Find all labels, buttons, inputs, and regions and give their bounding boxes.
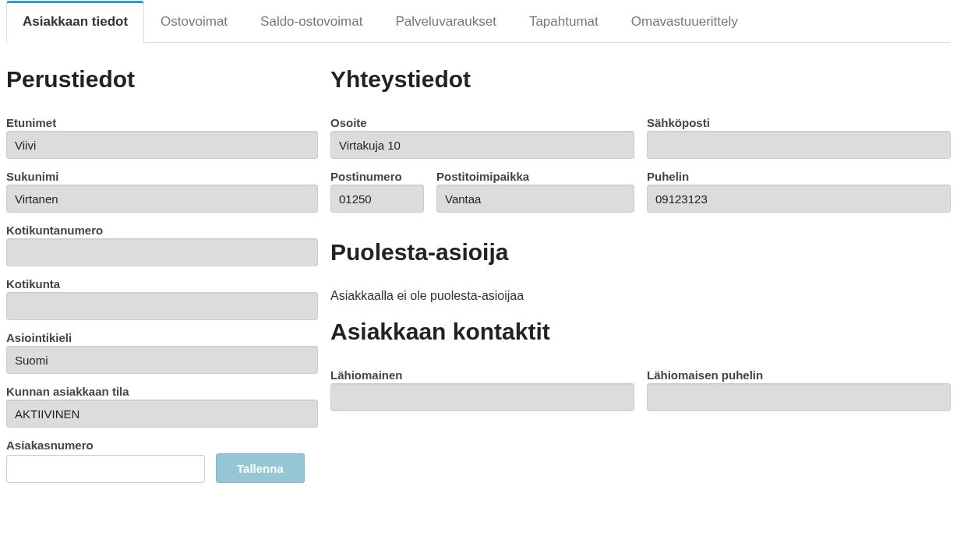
heading-puolesta-asioija: Puolesta-asioija [330,239,951,266]
label-osoite: Osoite [330,116,634,129]
save-button[interactable]: Tallenna [216,453,305,483]
tab-tapahtumat[interactable]: Tapahtumat [513,1,615,43]
puolesta-info-text: Asiakkaalla ei ole puolesta-asioijaa [330,289,951,303]
input-sukunimi[interactable] [6,185,318,213]
label-postitoimipaikka: Postitoimipaikka [436,170,634,183]
input-postinumero[interactable] [330,185,424,213]
input-lahiomaisen-puhelin[interactable] [647,383,951,411]
input-kotikunta[interactable] [6,292,318,320]
tab-ostovoimat[interactable]: Ostovoimat [144,1,244,43]
input-asiakasnumero[interactable] [6,455,205,483]
input-kotikuntanumero[interactable] [6,238,318,266]
tab-saldo-ostovoimat[interactable]: Saldo-ostovoimat [244,1,379,43]
input-lahiomainen[interactable] [330,383,634,411]
label-sukunimi: Sukunimi [6,170,318,183]
label-etunimet: Etunimet [6,116,318,129]
heading-perustiedot: Perustiedot [6,66,318,93]
label-kotikuntanumero: Kotikuntanumero [6,224,318,237]
tab-omavastuuerittely[interactable]: Omavastuuerittely [615,1,754,43]
label-kotikunta: Kotikunta [6,277,318,291]
input-postitoimipaikka[interactable] [436,185,634,213]
tab-bar: Asiakkaan tiedot Ostovoimat Saldo-ostovo… [6,0,951,43]
label-lahiomaisen-puhelin: Lähiomaisen puhelin [647,368,951,382]
label-postinumero: Postinumero [330,170,424,183]
tab-palveluvaraukset[interactable]: Palveluvaraukset [379,1,512,43]
label-kunnan-tila: Kunnan asiakkaan tila [6,385,318,398]
heading-kontaktit: Asiakkaan kontaktit [330,319,951,345]
input-sahkoposti[interactable] [647,131,951,159]
input-asiointikieli[interactable] [6,346,318,374]
input-osoite[interactable] [330,131,634,159]
input-etunimet[interactable] [6,131,318,159]
input-puhelin[interactable] [647,185,951,213]
heading-yhteystiedot: Yhteystiedot [330,66,951,93]
label-lahiomainen: Lähiomainen [330,368,634,382]
label-puhelin: Puhelin [647,170,951,183]
tab-asiakkaan-tiedot[interactable]: Asiakkaan tiedot [6,1,144,43]
label-asiakasnumero: Asiakasnumero [6,438,318,452]
label-sahkoposti: Sähköposti [647,116,951,129]
input-kunnan-tila[interactable] [6,400,318,428]
label-asiointikieli: Asiointikieli [6,331,318,344]
